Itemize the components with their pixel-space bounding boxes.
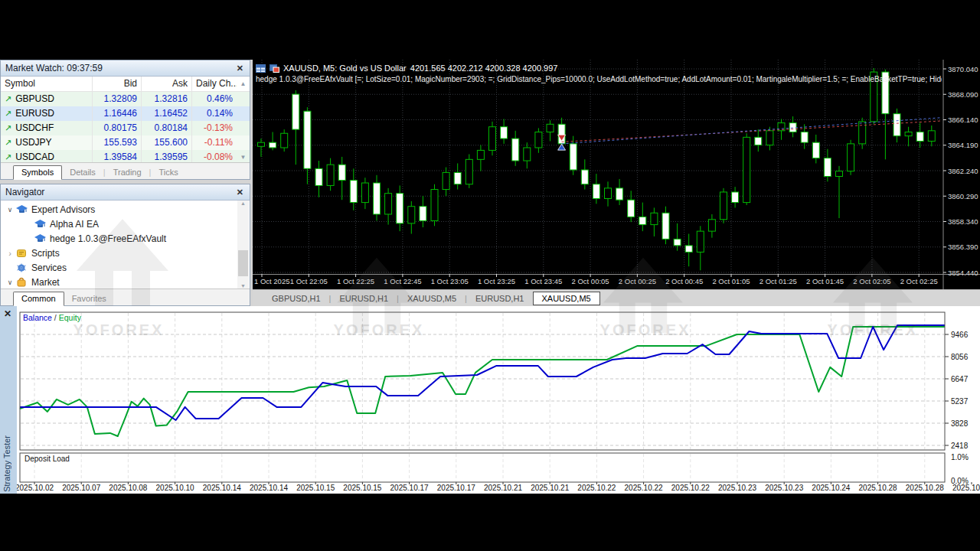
- svg-text:2025.10.17: 2025.10.17: [390, 484, 429, 492]
- navigator-item-label: Expert Advisors: [31, 204, 95, 215]
- svg-text:9466: 9466: [951, 331, 969, 339]
- ea-icon: [33, 234, 47, 243]
- symbol-cell: ↗USDJPY: [1, 135, 93, 150]
- symbol-row-usdchf[interactable]: ↗USDCHF0.801750.80184-0.13%: [1, 121, 250, 135]
- svg-text:2025.10.07: 2025.10.07: [62, 484, 100, 492]
- market-watch-title: Market Watch: 09:37:59: [5, 63, 235, 73]
- tab-ticks[interactable]: Ticks: [151, 166, 185, 179]
- scroll-up-icon[interactable]: ▲: [237, 77, 250, 91]
- close-icon[interactable]: ✕: [4, 308, 11, 319]
- mt5-screen: Market Watch: 09:37:59 ✕ SymbolBidAskDai…: [0, 0, 980, 551]
- svg-text:3862.240: 3862.240: [948, 167, 978, 175]
- svg-text:2025.10.22: 2025.10.22: [577, 484, 616, 492]
- navigator-header: Navigator ✕: [1, 184, 250, 201]
- scroll-down-icon[interactable]: ▼: [240, 283, 246, 289]
- scrollbar-thumb[interactable]: [238, 250, 248, 276]
- daily-change-cell: 0.14%: [192, 106, 237, 121]
- tester-strip-label: Strategy Tester: [2, 435, 11, 492]
- chevron-down-icon[interactable]: ∨: [5, 279, 15, 286]
- svg-text:5237: 5237: [951, 397, 969, 406]
- trend-up-icon: ↗: [5, 94, 11, 103]
- market-watch-tabstrip: SymbolsDetails|Trading|Ticks: [1, 162, 250, 179]
- svg-text:2025.10.23: 2025.10.23: [765, 484, 803, 492]
- chart-tab-gbpusd-h1[interactable]: GBPUSD,H1: [263, 292, 329, 305]
- svg-text:2025.10.14: 2025.10.14: [250, 484, 288, 492]
- symbol-cell: ↗GBPUSD: [1, 92, 93, 106]
- navigator-scrollbar[interactable]: ▲ ▼: [237, 201, 249, 289]
- chevron-right-icon[interactable]: ›: [5, 249, 15, 258]
- tester-legend: Balance / Equity: [23, 313, 81, 322]
- column-header-bid[interactable]: Bid: [93, 77, 142, 91]
- daily-change-cell: -0.13%: [192, 121, 237, 135]
- chart-window[interactable]: 3870.0403868.0903866.1403864.1903862.240…: [253, 60, 980, 289]
- symbol-label: USDCAD: [15, 152, 54, 162]
- column-header-ask[interactable]: Ask: [142, 77, 192, 91]
- tester-side-strip: ✕ Strategy Tester: [0, 306, 17, 494]
- grid-icon: [256, 64, 266, 73]
- svg-text:3854.440: 3854.440: [948, 269, 978, 277]
- bid-cell: 0.80175: [93, 121, 142, 135]
- chart-tab-xauusd-m5[interactable]: XAUUSD,M5: [533, 292, 600, 305]
- ask-cell: 0.80184: [142, 121, 192, 135]
- navigator-item-label: Market: [31, 277, 60, 288]
- scrollbar-track: [237, 121, 250, 135]
- svg-text:2025.10.23: 2025.10.23: [718, 484, 756, 492]
- navigator-item-expert-advisors[interactable]: ∨Expert Advisors: [1, 202, 250, 217]
- svg-text:2025.10.24: 2025.10.24: [812, 484, 850, 492]
- symbol-cell: ↗USDCHF: [1, 121, 93, 135]
- watermark-logo: [77, 219, 168, 309]
- symbol-label: GBPUSD: [15, 93, 54, 104]
- candlestick-chart[interactable]: 3870.0403868.0903866.1403864.1903862.240…: [253, 60, 980, 289]
- svg-text:2025.10.14: 2025.10.14: [203, 484, 241, 492]
- svg-text:2 Oct 01:25: 2 Oct 01:25: [760, 277, 797, 285]
- market-watch-header: Market Watch: 09:37:59 ✕: [1, 60, 250, 77]
- scroll-up-icon[interactable]: ▲: [240, 201, 246, 206]
- svg-text:2025.10.22: 2025.10.22: [671, 484, 710, 492]
- chevron-down-icon[interactable]: ∨: [5, 206, 15, 214]
- navigator-item-label: Services: [31, 262, 67, 273]
- watermark-text: YOFOREX: [828, 321, 919, 339]
- chart-tab-eurusd-h1[interactable]: EURUSD,H1: [467, 292, 533, 305]
- scrollbar-track: [237, 92, 250, 106]
- ask-cell: 1.16452: [142, 106, 192, 121]
- svg-text:2 Oct 01:05: 2 Oct 01:05: [712, 277, 750, 285]
- tab-details[interactable]: Details: [62, 166, 103, 179]
- svg-text:3866.140: 3866.140: [948, 116, 978, 124]
- symbol-label: USDCHF: [15, 122, 54, 133]
- svg-text:3828: 3828: [951, 419, 969, 428]
- tab-symbols[interactable]: Symbols: [13, 165, 62, 180]
- svg-text:2025.10.28: 2025.10.28: [859, 484, 897, 492]
- tab-trading[interactable]: Trading: [106, 166, 149, 179]
- svg-text:2418: 2418: [951, 442, 969, 450]
- close-icon[interactable]: ✕: [235, 64, 245, 73]
- svg-text:3868.090: 3868.090: [948, 90, 978, 99]
- symbol-cell: ↗EURUSD: [1, 106, 93, 121]
- tab-common[interactable]: Common: [13, 292, 64, 306]
- chart-window-icon: [270, 64, 279, 73]
- services-icon: [15, 263, 28, 272]
- svg-text:2025.10.10: 2025.10.10: [156, 484, 194, 492]
- svg-text:1.0%: 1.0%: [951, 453, 969, 461]
- navigator-item-label: Scripts: [31, 248, 60, 259]
- scrollbar-track: [237, 106, 250, 121]
- watermark-text: YOFOREX: [334, 321, 425, 339]
- column-header-dailych[interactable]: Daily Ch...: [192, 77, 237, 91]
- market-watch-column-header: SymbolBidAskDaily Ch...▲: [1, 77, 250, 92]
- legend-balance-label: Balance: [23, 313, 52, 322]
- scripts-icon: [15, 249, 28, 258]
- bid-cell: 1.32809: [93, 92, 142, 106]
- daily-change-cell: -0.11%: [192, 135, 237, 150]
- scrollbar-track: [237, 135, 250, 150]
- bid-cell: 1.16446: [93, 106, 142, 121]
- svg-text:1 Oct 23:05: 1 Oct 23:05: [431, 277, 469, 285]
- symbol-row-eurusd[interactable]: ↗EURUSD1.164461.164520.14%: [1, 106, 250, 121]
- trend-up-icon: ↗: [5, 123, 11, 132]
- column-header-symbol[interactable]: Symbol: [1, 77, 93, 91]
- close-icon[interactable]: ✕: [235, 187, 245, 197]
- svg-text:1 Oct 2025: 1 Oct 2025: [254, 277, 289, 285]
- symbol-row-gbpusd[interactable]: ↗GBPUSD1.328091.328160.46%: [1, 92, 250, 106]
- symbol-row-usdjpy[interactable]: ↗USDJPY155.593155.600-0.11%: [1, 135, 250, 150]
- trend-up-icon: ↗: [5, 138, 11, 147]
- svg-text:2025.10.02: 2025.10.02: [17, 484, 54, 492]
- navigator-title: Navigator: [5, 187, 235, 197]
